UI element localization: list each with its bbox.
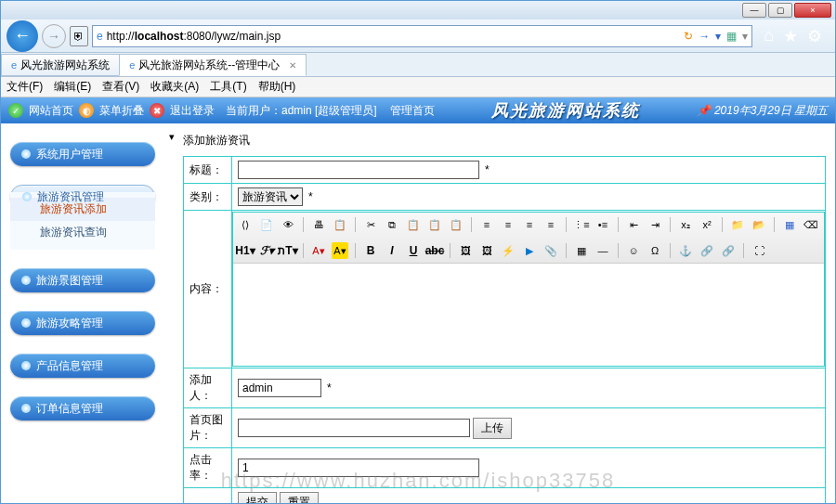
sidebar-item-travel-guides[interactable]: 旅游攻略管理 [10,311,155,335]
align-left-icon[interactable]: ≡ [478,216,495,233]
home-icon[interactable]: ⌂ [764,26,774,46]
sidebar-collapse-toggle[interactable]: ▾ [169,131,175,143]
indent-icon[interactable]: ⇥ [647,216,663,233]
compat-icon[interactable]: ↻ [684,30,693,43]
cut-icon[interactable]: ✂ [362,216,379,233]
table-icon[interactable]: ▦ [573,242,590,259]
print-icon[interactable]: 🖶 [310,216,327,233]
window-minimize-button[interactable]: — [742,3,766,18]
folder2-icon[interactable]: 📂 [751,216,767,233]
reader-icon[interactable]: ▾ [742,30,748,43]
sub-icon[interactable]: x₂ [677,216,694,233]
select-all-icon[interactable]: ▦ [781,216,798,233]
unlink-icon[interactable]: 🔗 [720,242,737,259]
attach-icon[interactable]: 📎 [542,242,559,259]
address-bar[interactable]: e http://localhost:8080/lywz/main.jsp ↻ … [92,25,752,47]
multi-image-icon[interactable]: 🖼 [478,242,495,259]
paste-word-icon[interactable]: 📋 [448,216,464,233]
header-date: 📌 2019年3月29日 星期五 [697,103,828,119]
app-header: ✓ 网站首页 ◐ 菜单折叠 ✖ 退出登录 当前用户：admin [超级管理员] … [1,97,835,123]
title-input[interactable] [238,161,479,179]
menu-edit[interactable]: 编辑(E) [54,79,91,95]
stop-dropdown-icon[interactable]: ▾ [715,30,721,43]
browser-tab-active[interactable]: e 风光旅游网站系统--管理中心 ✕ [119,54,307,76]
copy-icon[interactable]: ⧉ [384,216,400,233]
list-ol-icon[interactable]: ⋮≡ [573,216,590,233]
remove-format-icon[interactable]: ⌫ [803,216,819,233]
fullscreen-icon[interactable]: ⛶ [751,242,767,259]
align-justify-icon[interactable]: ≡ [542,216,559,233]
menu-favorites[interactable]: 收藏夹(A) [150,79,199,95]
menu-file[interactable]: 文件(F) [7,79,43,95]
menu-help[interactable]: 帮助(H) [258,79,296,95]
img-mode-icon[interactable]: ▦ [726,30,737,43]
ie-icon: e [11,59,17,71]
template-icon[interactable]: 📋 [332,216,348,233]
label-adder: 添加人： [184,368,232,408]
heading-icon[interactable]: H1▾ [237,242,254,259]
new-icon[interactable]: 📄 [258,216,275,233]
settings-gear-icon[interactable]: ⚙ [807,26,822,46]
favorites-icon[interactable]: ★ [783,26,798,46]
align-center-icon[interactable]: ≡ [500,216,516,233]
nav-admin-home[interactable]: 管理首页 [390,103,435,119]
paste-icon[interactable]: 📋 [405,216,422,233]
window-titlebar: — ▢ × [1,1,835,19]
sidebar-item-scenic-images[interactable]: 旅游景图管理 [10,268,155,292]
list-ul-icon[interactable]: •≡ [594,216,611,233]
flash-icon[interactable]: ⚡ [500,242,516,259]
link-icon[interactable]: 🔗 [699,242,715,259]
browser-tab[interactable]: e 风光旅游网站系统 [1,54,120,76]
sidebar-item-product-info[interactable]: 产品信息管理 [10,354,155,378]
special-char-icon[interactable]: Ω [647,242,663,259]
reset-button[interactable]: 重置 [280,492,319,503]
window-close-button[interactable]: × [794,3,831,18]
back-button[interactable]: ← [7,20,38,52]
security-shield-icon[interactable]: ⛨ [70,26,88,46]
sidebar-item-system-users[interactable]: 系统用户管理 [10,142,155,166]
nav-logout[interactable]: 退出登录 [170,103,215,119]
paste-text-icon[interactable]: 📋 [426,216,443,233]
bold-icon[interactable]: B [362,242,379,259]
sidebar-sub-add-news[interactable]: 旅游资讯添加 [10,198,155,221]
category-select[interactable]: 旅游资讯 [238,187,303,206]
tab-close-icon[interactable]: ✕ [289,60,296,71]
forward-button[interactable]: → [42,24,66,48]
editor-content-area[interactable] [233,264,824,366]
text-color-icon[interactable]: A▾ [310,242,327,259]
sidebar-sub-query-news[interactable]: 旅游资讯查询 [10,221,155,244]
nav-site-home[interactable]: 网站首页 [29,103,73,119]
browser-menu-bar: 文件(F) 编辑(E) 查看(V) 收藏夹(A) 工具(T) 帮助(H) [1,77,835,97]
refresh-icon[interactable]: → [699,30,710,43]
folder-icon[interactable]: 📁 [729,216,746,233]
font-size-icon[interactable]: תT▾ [280,242,296,259]
window-maximize-button[interactable]: ▢ [768,3,792,18]
underline-icon[interactable]: U [405,242,422,259]
italic-icon[interactable]: I [384,242,400,259]
sidebar-item-order-info[interactable]: 订单信息管理 [10,396,155,420]
menu-tools[interactable]: 工具(T) [210,79,246,95]
adder-input[interactable] [238,379,321,397]
emoji-icon[interactable]: ☺ [625,242,642,259]
pin-icon: 📌 [697,104,711,117]
source-icon[interactable]: ⟨⟩ [237,216,254,233]
strike-icon[interactable]: abc [426,242,443,259]
submit-button[interactable]: 提交 [238,492,277,503]
align-right-icon[interactable]: ≡ [521,216,538,233]
url-text: http://localhost:8080/lywz/main.jsp [107,30,680,43]
browser-tabs: e 风光旅游网站系统 e 风光旅游网站系统--管理中心 ✕ [1,53,835,77]
outdent-icon[interactable]: ⇤ [625,216,642,233]
anchor-icon[interactable]: ⚓ [677,242,694,259]
hr-icon[interactable]: — [594,242,611,259]
image-icon[interactable]: 🖼 [457,242,474,259]
bg-color-icon[interactable]: A▾ [332,242,348,259]
preview-icon[interactable]: 👁 [280,216,296,233]
hits-input[interactable] [238,459,479,477]
font-family-icon[interactable]: ℱ▾ [258,242,275,259]
nav-menu-collapse[interactable]: 菜单折叠 [99,103,144,119]
menu-view[interactable]: 查看(V) [102,79,139,95]
cover-image-input[interactable] [238,419,470,437]
sup-icon[interactable]: x² [699,216,715,233]
upload-button[interactable]: 上传 [473,418,512,439]
media-icon[interactable]: ▶ [521,242,538,259]
